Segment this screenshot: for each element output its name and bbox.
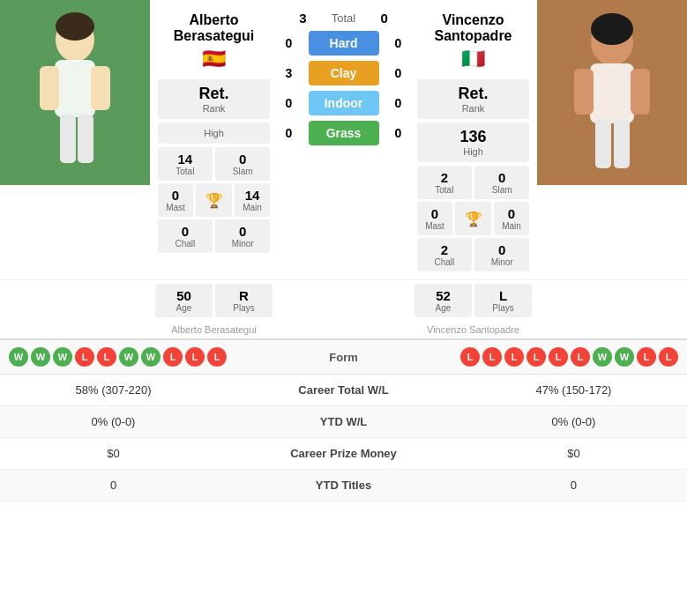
form-badge-right: W [615,347,634,367]
left-mast-value: 0 [160,188,192,203]
indoor-row: 0 Indoor 0 [278,91,409,115]
form-badge-right: L [460,347,480,367]
clay-right: 0 [390,66,407,80]
grass-left: 0 [280,126,298,140]
right-minor-cell: 0 Minor [474,238,529,271]
career-right-value: 0% (0-0) [460,406,687,438]
total-row: 3 Total 0 [278,0,409,31]
clay-row: 3 Clay 0 [278,61,409,85]
career-label: YTD Titles [227,470,460,501]
career-right-value: 47% (150-172) [460,375,687,406]
left-plays-value: R [217,288,271,303]
right-rank-box: Ret. Rank [417,79,530,119]
form-left: WWWLLWWLLL [9,347,293,367]
career-stats-table: 58% (307-220) Career Total W/L 47% (150-… [0,375,687,501]
right-main-cell: 0 Main [494,202,530,235]
career-label: Career Total W/L [227,375,460,406]
right-rank-value: Ret. [422,85,525,103]
indoor-badge: Indoor [309,91,379,115]
clay-badge: Clay [309,61,379,85]
right-chall-minor-row: 2 Chall 0 Minor [417,238,530,271]
grass-badge: Grass [309,121,379,145]
left-player-header: Alberto Berasategui 🇪🇸 [150,5,278,79]
right-age-plays: 52 Age L Plays [409,280,537,323]
age-plays-row: 50 Age R Plays 52 Age L Plays [0,279,687,323]
right-total-value: 2 [419,170,470,185]
left-chall-cell: 0 Chall [158,219,213,253]
right-player-photo [537,0,687,185]
center-spacer [278,280,409,323]
career-left-value: $0 [0,438,227,470]
left-main-cell: 14 Main [235,183,271,217]
left-total-value: 14 [160,152,211,167]
career-left-value: 0% (0-0) [0,406,227,438]
right-total-slam-row: 2 Total 0 Slam [417,166,530,199]
right-rank-label: Rank [422,103,525,114]
hard-badge: Hard [309,31,379,56]
left-high-box: High [158,122,271,144]
svg-rect-3 [40,66,59,110]
right-high-value: 136 [422,128,525,146]
form-badge-left: W [9,347,28,367]
right-age-value: 52 [416,288,470,303]
form-badge-left: L [207,347,227,367]
svg-rect-13 [595,120,611,168]
left-chall-label: Chall [160,239,211,249]
right-high-box: 136 High [417,122,530,162]
form-right: LLLLLLWWLL [395,347,679,367]
right-mast-main-row: 0 Mast 🏆 0 Main [417,202,530,235]
left-mast-main-row: 0 Mast 🏆 14 Main [158,183,271,217]
center-courts-col: 3 Total 0 0 Hard 0 3 Clay 0 [278,0,409,279]
svg-rect-6 [78,115,93,163]
left-rank-label: Rank [163,103,265,114]
svg-point-15 [591,13,633,45]
left-slam-value: 0 [217,152,268,167]
right-main-label: Main [496,221,528,231]
form-badge-right: L [659,347,678,367]
form-section: WWWLLWWLLL Form LLLLLLWWLL [0,339,687,375]
right-name-label: Vincenzo Santopadre [409,323,537,338]
svg-rect-4 [91,66,110,110]
svg-rect-2 [55,60,95,117]
left-slam-label: Slam [217,167,268,176]
left-player-photo [0,0,150,185]
form-badge-right: L [526,347,546,367]
indoor-left: 0 [280,96,298,110]
svg-rect-5 [60,115,76,163]
right-player-stats: Vincenzo Santopadre 🇮🇹 Ret. Rank 136 Hig… [409,0,537,279]
left-player-name: Alberto Berasategui [150,12,278,44]
career-label: Career Prize Money [227,438,460,470]
right-trophy-icon: 🏆 [465,211,482,227]
right-minor-label: Minor [476,257,527,267]
left-main-label: Main [236,203,269,212]
career-stats-row: 0% (0-0) YTD W/L 0% (0-0) [0,406,687,438]
right-plays-cell: L Plays [474,284,532,317]
right-trophy-cell: 🏆 [455,202,491,235]
form-badge-left: W [31,347,50,367]
left-player-stats: Alberto Berasategui 🇪🇸 Ret. Rank High 14… [150,0,278,279]
career-stats-row: 58% (307-220) Career Total W/L 47% (150-… [0,375,687,406]
left-rank-box: Ret. Rank [158,79,271,119]
right-chall-value: 2 [419,242,470,257]
name-labels-row: Alberto Berasategui Vincenzo Santopadre [0,323,687,339]
form-badge-right: L [504,347,524,367]
svg-rect-10 [590,63,634,123]
hard-row: 0 Hard 0 [278,31,409,56]
players-top-section: Alberto Berasategui 🇪🇸 Ret. Rank High 14… [0,0,687,279]
left-trophy-icon: 🏆 [205,192,223,209]
right-main-value: 0 [496,206,528,221]
right-player-bg [537,0,687,185]
left-name-label: Alberto Berasategui [150,323,278,338]
career-stats-row: $0 Career Prize Money $0 [0,438,687,470]
career-stats-row: 0 YTD Titles 0 [0,470,687,501]
right-age-label: Age [416,303,470,313]
left-age-label: Age [157,303,211,313]
svg-rect-11 [574,69,594,115]
right-mast-value: 0 [419,206,452,221]
right-chall-cell: 2 Chall [417,238,472,271]
form-center-label: Form [300,351,388,364]
left-age-value: 50 [157,288,211,303]
career-right-value: 0 [460,470,687,501]
grass-row: 0 Grass 0 [278,121,409,145]
left-plays-cell: R Plays [215,284,273,317]
